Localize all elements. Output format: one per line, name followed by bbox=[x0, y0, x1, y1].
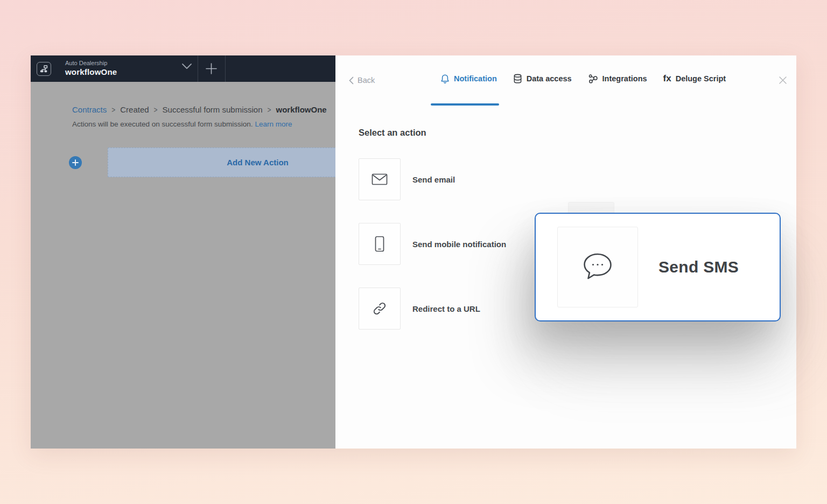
breadcrumb-separator: > bbox=[111, 105, 115, 114]
speech-bubble-icon bbox=[580, 251, 615, 283]
sms-card-label: Send SMS bbox=[658, 258, 739, 276]
org-name: Auto Dealership bbox=[65, 60, 117, 67]
mobile-icon bbox=[375, 236, 384, 252]
header-titles: Auto Dealership workflowOne bbox=[65, 60, 117, 78]
chevron-left-icon bbox=[349, 76, 354, 85]
tab-bar: Notification Data access bbox=[440, 73, 726, 84]
action-label: Send email bbox=[412, 175, 455, 184]
breadcrumb-separator: > bbox=[268, 105, 271, 114]
tab-deluge-script[interactable]: fx Deluge Script bbox=[663, 73, 726, 84]
header-divider bbox=[198, 55, 198, 82]
workflow-body: Contracts > Created > Successful form su… bbox=[31, 82, 335, 177]
breadcrumb-contracts[interactable]: Contracts bbox=[72, 105, 107, 114]
nodes-icon bbox=[588, 74, 598, 84]
database-icon bbox=[513, 74, 522, 84]
action-modal: Back Notification Data access bbox=[335, 55, 796, 449]
breadcrumb: Contracts > Created > Successful form su… bbox=[72, 105, 335, 114]
breadcrumb-separator: > bbox=[154, 105, 158, 114]
tab-data-access[interactable]: Data access bbox=[513, 74, 572, 84]
envelope-icon bbox=[372, 173, 388, 185]
tab-label: Data access bbox=[527, 74, 572, 83]
tab-integrations[interactable]: Integrations bbox=[588, 74, 647, 84]
workflow-panel-dimmed: Auto Dealership workflowOne Contracts > … bbox=[31, 55, 335, 449]
breadcrumb-created[interactable]: Created bbox=[120, 105, 149, 114]
back-label: Back bbox=[358, 76, 375, 85]
plus-circle-icon[interactable] bbox=[69, 156, 82, 169]
action-iconbox bbox=[359, 158, 401, 200]
chevron-down-icon[interactable] bbox=[181, 63, 192, 69]
fx-icon: fx bbox=[663, 73, 671, 84]
tab-label: Integrations bbox=[602, 74, 647, 83]
action-send-email[interactable]: Send email bbox=[359, 158, 796, 200]
breadcrumb-trigger[interactable]: Successful form submission bbox=[163, 105, 263, 114]
workflow-description: Actions will be executed on successful f… bbox=[72, 120, 335, 128]
tab-label: Deluge Script bbox=[676, 74, 726, 83]
close-icon[interactable] bbox=[779, 76, 787, 85]
link-icon bbox=[372, 301, 387, 316]
action-label: Send mobile notification bbox=[412, 240, 506, 249]
modal-body: Select an action Send email bbox=[335, 105, 796, 330]
sms-iconbox bbox=[557, 227, 638, 307]
workflow-name: workflowOne bbox=[65, 67, 117, 78]
app-window: Auto Dealership workflowOne Contracts > … bbox=[31, 55, 796, 449]
workflow-logo-icon bbox=[37, 62, 51, 76]
add-new-action-button[interactable]: Add New Action bbox=[108, 148, 335, 177]
description-text: Actions will be executed on successful f… bbox=[72, 120, 253, 128]
action-label: Redirect to a URL bbox=[412, 304, 480, 313]
header-divider bbox=[225, 55, 226, 82]
back-button[interactable]: Back bbox=[349, 76, 375, 85]
add-workflow-button[interactable] bbox=[205, 62, 218, 75]
breadcrumb-workflow: workflowOne bbox=[276, 105, 327, 114]
tab-notification[interactable]: Notification bbox=[440, 74, 497, 84]
tab-label: Notification bbox=[454, 74, 497, 83]
action-iconbox bbox=[359, 288, 401, 330]
send-sms-drag-card[interactable]: Send SMS bbox=[535, 213, 781, 321]
modal-header: Back Notification Data access bbox=[335, 55, 796, 105]
learn-more-link[interactable]: Learn more bbox=[255, 120, 292, 128]
add-action-row: Add New Action bbox=[31, 148, 335, 177]
action-iconbox bbox=[359, 223, 401, 265]
app-header: Auto Dealership workflowOne bbox=[31, 55, 335, 82]
select-action-heading: Select an action bbox=[359, 128, 796, 138]
bell-icon bbox=[440, 74, 450, 84]
